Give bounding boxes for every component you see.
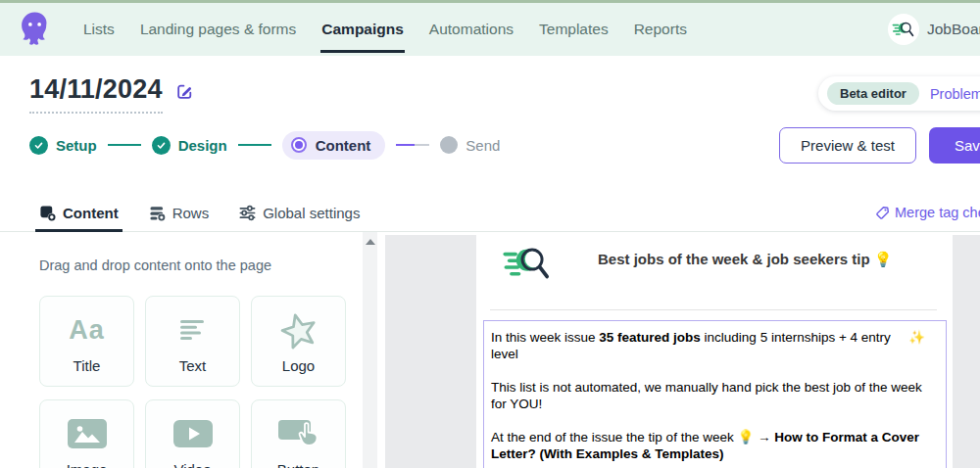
edit-title-icon[interactable]	[175, 82, 194, 101]
step-label: Send	[466, 137, 500, 154]
step-setup[interactable]: Setup	[29, 136, 97, 155]
email-paragraph: At the end of the issue the tip of the w…	[491, 429, 939, 462]
step-connector	[238, 144, 271, 146]
nav-item-campaigns[interactable]: Campaigns	[309, 3, 416, 56]
tag-icon	[875, 206, 890, 220]
tab-label: Global settings	[263, 205, 360, 221]
step-label: Setup	[56, 137, 97, 154]
step-send[interactable]: Send	[440, 136, 500, 154]
email-canvas-area: Best jobs of the week & job seekers tip …	[377, 232, 980, 468]
step-connector	[396, 144, 429, 146]
step-content-active[interactable]: Content	[282, 131, 386, 160]
tab-rows[interactable]: Rows	[149, 194, 210, 231]
content-blocks-panel: Drag and drop content onto the page Aa T…	[0, 232, 363, 468]
block-label: Text	[179, 357, 207, 374]
emailoctopus-logo-icon[interactable]	[17, 10, 53, 49]
block-card-video[interactable]: Video	[145, 399, 240, 468]
step-radio-icon	[291, 137, 307, 153]
email-paragraph: ✨In this week issue 35 featured jobs inc…	[491, 329, 939, 362]
editor-content-region: Drag and drop content onto the page Aa T…	[0, 232, 980, 468]
nav-item-landing-pages[interactable]: Landing pages & forms	[127, 3, 309, 56]
blocks-grid: Aa Title Text	[39, 296, 347, 468]
block-label: Image	[67, 461, 108, 468]
scroll-up-arrow-icon[interactable]	[366, 239, 375, 245]
beta-editor-badge: Beta editor	[827, 82, 919, 105]
account-name: JobBoard	[927, 21, 980, 38]
step-done-check-icon	[152, 136, 171, 155]
editor-tabbar: Content Rows Global settings Merge tag c…	[0, 194, 980, 232]
tab-global-settings[interactable]: Global settings	[239, 194, 360, 231]
nav-item-lists[interactable]: Lists	[71, 3, 127, 56]
merge-tag-link[interactable]: Merge tag che	[875, 194, 980, 231]
block-card-image[interactable]: Image	[39, 399, 134, 468]
account-avatar	[888, 14, 919, 45]
title-aa-icon: Aa	[69, 315, 105, 346]
canvas-background: Best jobs of the week & job seekers tip …	[385, 235, 980, 468]
merge-tag-link-label: Merge tag che	[895, 205, 980, 220]
drag-drop-hint: Drag and drop content onto the page	[39, 257, 271, 273]
preview-test-button[interactable]: Preview & test	[779, 127, 916, 164]
block-card-button[interactable]: Button	[251, 399, 346, 468]
rows-icon	[149, 205, 166, 221]
save-button[interactable]: Sav	[929, 127, 980, 164]
email-preview-card[interactable]: Best jobs of the week & job seekers tip …	[476, 235, 953, 468]
block-label: Logo	[282, 357, 315, 374]
block-card-title[interactable]: Aa Title	[39, 296, 134, 387]
step-label: Design	[178, 137, 227, 154]
beta-editor-card: Beta editor Problems o	[818, 76, 980, 111]
problems-feedback-link[interactable]: Problems o	[930, 86, 980, 102]
nav-item-automations[interactable]: Automations	[416, 3, 526, 56]
image-icon	[68, 419, 107, 448]
jobboardsearch-logo-icon	[892, 21, 915, 38]
block-label: Video	[173, 461, 211, 468]
block-label: Button	[277, 461, 319, 468]
sparkles-emoji: ✨	[908, 329, 925, 346]
nav-item-reports[interactable]: Reports	[621, 3, 700, 56]
campaign-title[interactable]: 14/11/2024	[29, 74, 163, 114]
panel-scrollbar[interactable]	[363, 232, 377, 468]
step-design[interactable]: Design	[152, 136, 227, 155]
tab-content[interactable]: Content	[39, 194, 119, 231]
text-lines-icon	[180, 320, 206, 341]
video-play-icon	[173, 420, 213, 447]
email-paragraph: This list is not automated, we manually …	[491, 379, 939, 412]
main-nav: Lists Landing pages & forms Campaigns Au…	[71, 3, 700, 56]
account-menu[interactable]: JobBoard	[888, 3, 980, 56]
jobboardsearch-logo-icon	[502, 245, 553, 282]
block-label: Title	[74, 357, 101, 374]
step-upcoming-circle-icon	[440, 136, 458, 154]
email-divider	[490, 309, 937, 310]
tab-label: Content	[63, 205, 119, 221]
button-click-icon	[276, 416, 321, 451]
step-connector	[108, 144, 141, 146]
email-header-title[interactable]: Best jobs of the week & job seekers tip …	[598, 251, 892, 268]
campaign-steps: Setup Design Content Send	[29, 129, 500, 161]
sliders-icon	[239, 205, 256, 221]
starfish-logo-icon	[277, 308, 320, 351]
step-label: Content	[316, 137, 371, 154]
top-navbar: Lists Landing pages & forms Campaigns Au…	[0, 0, 980, 56]
campaign-title-row: 14/11/2024	[29, 74, 194, 114]
step-done-check-icon	[29, 136, 48, 155]
nav-item-templates[interactable]: Templates	[526, 3, 621, 56]
selected-text-block[interactable]: ✨In this week issue 35 featured jobs inc…	[483, 320, 947, 468]
block-card-logo[interactable]: Logo	[251, 296, 346, 387]
block-card-text[interactable]: Text	[145, 296, 240, 387]
tab-label: Rows	[172, 205, 210, 221]
content-block-icon	[39, 205, 56, 221]
